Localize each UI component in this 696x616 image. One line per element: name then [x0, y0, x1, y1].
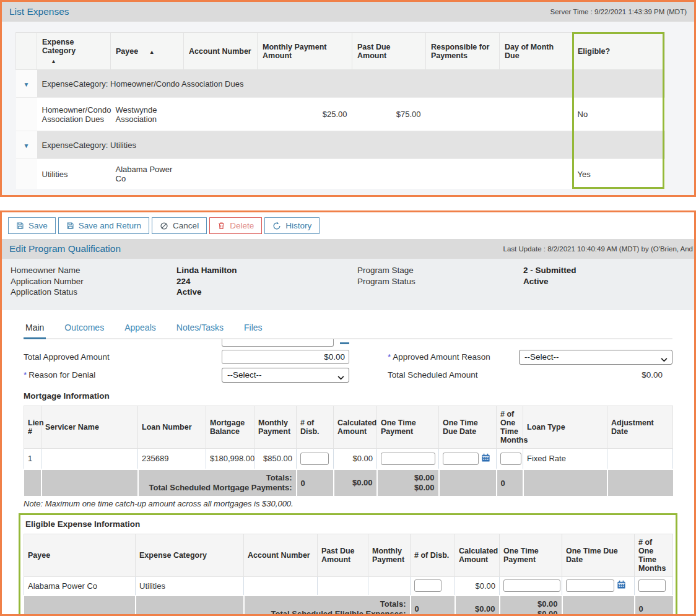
program-stage-value: 2 - Submitted: [523, 265, 685, 276]
tab-strip: Main Outcomes Appeals Notes/Tasks Files: [24, 323, 672, 339]
reason-for-denial-select[interactable]: --Select--: [222, 368, 349, 383]
col-account-number[interactable]: Account Number: [184, 33, 258, 70]
eligible-totals-num-disb: 0: [411, 596, 455, 616]
application-status-label: Application Status: [11, 287, 176, 298]
col-past-due-amount: Past Due Amount: [318, 534, 368, 577]
col-loan-type: Loan Type: [523, 406, 607, 448]
col-expense-category-label: Expense Category: [42, 38, 76, 55]
program-status-value: Active: [523, 276, 685, 287]
eligible-expense-heading: Eligible Expense Information: [25, 519, 672, 529]
col-monthly-payment-amount[interactable]: Monthly Payment Amount: [258, 33, 352, 70]
col-expense-category: Expense Category: [136, 534, 244, 577]
col-payee[interactable]: Payee ▲: [111, 33, 184, 70]
cancel-button[interactable]: Cancel: [152, 217, 207, 234]
cell-past-due-amount: $75.00: [352, 98, 426, 131]
history-button[interactable]: History: [264, 217, 320, 234]
eligible-one-time-months-input[interactable]: [638, 579, 666, 592]
col-payee-label: Payee: [116, 47, 138, 56]
eligible-expense-row: Alabama Power Co Utilities $0.00: [24, 577, 673, 596]
calendar-icon[interactable]: [617, 580, 626, 591]
tab-outcomes[interactable]: Outcomes: [63, 323, 106, 338]
mortgage-totals-num-disb: 0: [297, 469, 334, 496]
delete-button-label: Delete: [230, 221, 254, 230]
col-expander: [16, 33, 37, 70]
cell-eligible: No: [573, 98, 665, 131]
collapse-group-icon[interactable]: ▼: [24, 142, 30, 149]
trash-icon: [217, 222, 225, 230]
cell-day-of-month-due: [500, 98, 573, 131]
group-row-hoa: ▼ ExpenseCategory: Homeowner/Condo Assoc…: [16, 70, 665, 98]
clipped-input-field[interactable]: [222, 339, 334, 347]
col-mortgage-balance: Mortgage Balance: [206, 406, 254, 448]
page-title-list-expenses: List Expenses: [9, 6, 69, 17]
collapse-group-icon[interactable]: ▼: [24, 81, 30, 88]
cell-expense-category: Utilities: [136, 577, 244, 596]
col-num-disb: # of Disb.: [297, 406, 334, 448]
tab-files[interactable]: Files: [242, 323, 264, 338]
eligible-one-time-payment-input[interactable]: [503, 579, 560, 592]
mortgage-one-time-months-input[interactable]: [500, 453, 521, 465]
eligible-num-disb-input[interactable]: [414, 579, 442, 592]
mortgage-totals-one-time: $0.00 $0.00: [377, 469, 439, 496]
col-one-time-months: # of One Time Months: [497, 406, 523, 448]
eligible-totals-calculated: $0.00: [455, 596, 500, 616]
table-row-utilities[interactable]: Utilities Alabama Power Co Yes: [16, 159, 665, 189]
col-account-number: Account Number: [244, 534, 318, 577]
expenses-table-header-row: Expense Category ▲ Payee ▲ Account Numbe…: [16, 33, 665, 70]
delete-button[interactable]: Delete: [209, 217, 262, 234]
cell-expense-category: Homeowner/Condo Association Dues: [37, 98, 111, 131]
eligible-totals-months: 0: [635, 596, 673, 616]
application-number-value: 224: [176, 276, 357, 287]
cell-account-number: [184, 159, 258, 189]
clipped-blue-link: [340, 342, 349, 344]
total-approved-amount-input[interactable]: [222, 350, 349, 364]
cell-account-number: [244, 577, 318, 596]
save-button[interactable]: Save: [8, 217, 56, 234]
program-stage-label: Program Stage: [357, 265, 523, 276]
col-adjustment-date: Adjustment Date: [607, 406, 673, 448]
col-calculated-amount: Calculated Amount: [455, 534, 500, 577]
server-time: Server Time : 9/22/2021 1:43:39 PM (MDT): [544, 8, 687, 15]
col-monthly-payment: Monthly Payment: [254, 406, 297, 448]
cell-adjustment-date: [607, 448, 673, 469]
page-title-edit-program-qualification: Edit Program Qualification: [9, 243, 121, 254]
mortgage-totals-label: Totals: Total Scheduled Mortgage Payment…: [138, 469, 297, 496]
table-row-hoa[interactable]: Homeowner/Condo Association Dues Westwyn…: [16, 98, 665, 131]
col-expense-category[interactable]: Expense Category ▲: [37, 33, 111, 70]
mortgage-information-heading: Mortgage Information: [24, 391, 672, 401]
toolbar: Save Save and Return Cancel Delete Histo…: [2, 212, 694, 239]
expenses-table: Expense Category ▲ Payee ▲ Account Numbe…: [15, 32, 665, 189]
cell-servicer-name: [41, 448, 138, 469]
mortgage-one-time-due-date-input[interactable]: [443, 453, 479, 465]
col-lien: Lien #: [24, 406, 41, 448]
cell-calculated-amount: $0.00: [334, 448, 377, 469]
col-past-due-amount[interactable]: Past Due Amount: [352, 33, 426, 70]
tab-main[interactable]: Main: [24, 323, 46, 339]
total-scheduled-amount-label: Total Scheduled Amount: [388, 370, 519, 380]
cell-loan-type: Fixed Rate: [523, 448, 607, 469]
col-eligible[interactable]: Eligible?: [573, 33, 665, 70]
application-number-label: Application Number: [11, 276, 176, 287]
col-responsible-for-payments[interactable]: Responsible for Payments: [426, 33, 500, 70]
edit-program-qualification-header-bar: Edit Program Qualification Last Update :…: [2, 239, 694, 259]
calendar-icon[interactable]: [481, 453, 490, 464]
cancel-button-label: Cancel: [173, 221, 199, 230]
cell-responsible-for-payments: [426, 98, 500, 131]
mortgage-note: Note: Maximum one time catch-up amount a…: [24, 499, 672, 508]
eligible-one-time-due-date-input[interactable]: [566, 579, 614, 592]
save-and-return-button[interactable]: Save and Return: [58, 217, 149, 234]
mortgage-one-time-payment-input[interactable]: [381, 453, 435, 465]
history-button-label: History: [285, 221, 311, 230]
col-day-of-month-due[interactable]: Day of Month Due: [500, 33, 573, 70]
col-loan-number: Loan Number: [138, 406, 206, 448]
edit-program-qualification-panel: Save Save and Return Cancel Delete Histo…: [0, 210, 696, 616]
cell-past-due-amount: [318, 577, 368, 596]
mortgage-num-disb-input[interactable]: [300, 453, 329, 465]
tab-appeals[interactable]: Appeals: [123, 323, 158, 338]
application-status-value: Active: [176, 287, 357, 298]
total-approved-amount-label: Total Approved Amount: [24, 352, 222, 362]
tab-notes-tasks[interactable]: Notes/Tasks: [175, 323, 225, 338]
approved-amount-reason-select[interactable]: --Select--: [519, 350, 672, 365]
cell-monthly-payment: [368, 577, 411, 596]
program-status-label: Program Status: [357, 276, 523, 287]
